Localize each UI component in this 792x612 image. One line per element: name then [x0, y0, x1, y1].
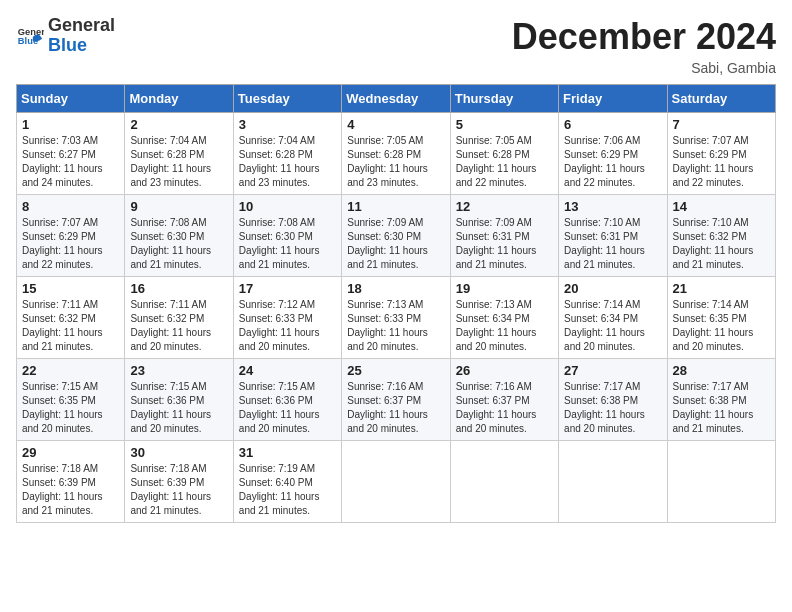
weekday-header-sunday: Sunday — [17, 85, 125, 113]
weekday-header-wednesday: Wednesday — [342, 85, 450, 113]
calendar-cell: 13Sunrise: 7:10 AMSunset: 6:31 PMDayligh… — [559, 195, 667, 277]
calendar-cell: 22Sunrise: 7:15 AMSunset: 6:35 PMDayligh… — [17, 359, 125, 441]
calendar-cell — [667, 441, 775, 523]
day-number: 8 — [22, 199, 119, 214]
day-number: 28 — [673, 363, 770, 378]
week-row-5: 29Sunrise: 7:18 AMSunset: 6:39 PMDayligh… — [17, 441, 776, 523]
calendar-cell: 30Sunrise: 7:18 AMSunset: 6:39 PMDayligh… — [125, 441, 233, 523]
weekday-header-saturday: Saturday — [667, 85, 775, 113]
calendar-cell: 24Sunrise: 7:15 AMSunset: 6:36 PMDayligh… — [233, 359, 341, 441]
calendar-cell: 19Sunrise: 7:13 AMSunset: 6:34 PMDayligh… — [450, 277, 558, 359]
day-info: Sunrise: 7:03 AMSunset: 6:27 PMDaylight:… — [22, 134, 119, 190]
calendar-cell: 15Sunrise: 7:11 AMSunset: 6:32 PMDayligh… — [17, 277, 125, 359]
weekday-header-friday: Friday — [559, 85, 667, 113]
calendar-cell: 12Sunrise: 7:09 AMSunset: 6:31 PMDayligh… — [450, 195, 558, 277]
calendar-cell: 2Sunrise: 7:04 AMSunset: 6:28 PMDaylight… — [125, 113, 233, 195]
week-row-4: 22Sunrise: 7:15 AMSunset: 6:35 PMDayligh… — [17, 359, 776, 441]
calendar-cell: 3Sunrise: 7:04 AMSunset: 6:28 PMDaylight… — [233, 113, 341, 195]
day-number: 16 — [130, 281, 227, 296]
day-info: Sunrise: 7:12 AMSunset: 6:33 PMDaylight:… — [239, 298, 336, 354]
day-info: Sunrise: 7:14 AMSunset: 6:35 PMDaylight:… — [673, 298, 770, 354]
svg-text:Blue: Blue — [18, 36, 38, 46]
day-number: 29 — [22, 445, 119, 460]
calendar-table: SundayMondayTuesdayWednesdayThursdayFrid… — [16, 84, 776, 523]
calendar-cell: 7Sunrise: 7:07 AMSunset: 6:29 PMDaylight… — [667, 113, 775, 195]
day-info: Sunrise: 7:14 AMSunset: 6:34 PMDaylight:… — [564, 298, 661, 354]
calendar-cell: 26Sunrise: 7:16 AMSunset: 6:37 PMDayligh… — [450, 359, 558, 441]
month-title: December 2024 — [512, 16, 776, 58]
logo-blue-text: Blue — [48, 36, 115, 56]
calendar-cell: 17Sunrise: 7:12 AMSunset: 6:33 PMDayligh… — [233, 277, 341, 359]
calendar-cell: 18Sunrise: 7:13 AMSunset: 6:33 PMDayligh… — [342, 277, 450, 359]
day-info: Sunrise: 7:08 AMSunset: 6:30 PMDaylight:… — [239, 216, 336, 272]
day-number: 17 — [239, 281, 336, 296]
week-row-3: 15Sunrise: 7:11 AMSunset: 6:32 PMDayligh… — [17, 277, 776, 359]
day-number: 30 — [130, 445, 227, 460]
calendar-cell: 8Sunrise: 7:07 AMSunset: 6:29 PMDaylight… — [17, 195, 125, 277]
day-number: 12 — [456, 199, 553, 214]
weekday-header-tuesday: Tuesday — [233, 85, 341, 113]
day-number: 31 — [239, 445, 336, 460]
day-number: 25 — [347, 363, 444, 378]
day-number: 7 — [673, 117, 770, 132]
day-info: Sunrise: 7:10 AMSunset: 6:32 PMDaylight:… — [673, 216, 770, 272]
day-number: 21 — [673, 281, 770, 296]
calendar-cell — [342, 441, 450, 523]
calendar-cell — [450, 441, 558, 523]
day-number: 4 — [347, 117, 444, 132]
day-info: Sunrise: 7:17 AMSunset: 6:38 PMDaylight:… — [673, 380, 770, 436]
day-number: 19 — [456, 281, 553, 296]
day-info: Sunrise: 7:18 AMSunset: 6:39 PMDaylight:… — [130, 462, 227, 518]
calendar-cell: 27Sunrise: 7:17 AMSunset: 6:38 PMDayligh… — [559, 359, 667, 441]
day-info: Sunrise: 7:05 AMSunset: 6:28 PMDaylight:… — [456, 134, 553, 190]
calendar-cell: 25Sunrise: 7:16 AMSunset: 6:37 PMDayligh… — [342, 359, 450, 441]
day-number: 6 — [564, 117, 661, 132]
day-info: Sunrise: 7:10 AMSunset: 6:31 PMDaylight:… — [564, 216, 661, 272]
week-row-2: 8Sunrise: 7:07 AMSunset: 6:29 PMDaylight… — [17, 195, 776, 277]
day-info: Sunrise: 7:15 AMSunset: 6:36 PMDaylight:… — [239, 380, 336, 436]
day-number: 1 — [22, 117, 119, 132]
day-info: Sunrise: 7:04 AMSunset: 6:28 PMDaylight:… — [239, 134, 336, 190]
calendar-cell: 21Sunrise: 7:14 AMSunset: 6:35 PMDayligh… — [667, 277, 775, 359]
day-info: Sunrise: 7:05 AMSunset: 6:28 PMDaylight:… — [347, 134, 444, 190]
day-number: 5 — [456, 117, 553, 132]
day-info: Sunrise: 7:11 AMSunset: 6:32 PMDaylight:… — [130, 298, 227, 354]
day-info: Sunrise: 7:15 AMSunset: 6:35 PMDaylight:… — [22, 380, 119, 436]
day-info: Sunrise: 7:16 AMSunset: 6:37 PMDaylight:… — [347, 380, 444, 436]
calendar-cell: 16Sunrise: 7:11 AMSunset: 6:32 PMDayligh… — [125, 277, 233, 359]
calendar-cell: 11Sunrise: 7:09 AMSunset: 6:30 PMDayligh… — [342, 195, 450, 277]
calendar-cell: 23Sunrise: 7:15 AMSunset: 6:36 PMDayligh… — [125, 359, 233, 441]
calendar-cell — [559, 441, 667, 523]
day-info: Sunrise: 7:17 AMSunset: 6:38 PMDaylight:… — [564, 380, 661, 436]
week-row-1: 1Sunrise: 7:03 AMSunset: 6:27 PMDaylight… — [17, 113, 776, 195]
day-info: Sunrise: 7:15 AMSunset: 6:36 PMDaylight:… — [130, 380, 227, 436]
location-subtitle: Sabi, Gambia — [512, 60, 776, 76]
day-number: 20 — [564, 281, 661, 296]
day-number: 18 — [347, 281, 444, 296]
weekday-header-monday: Monday — [125, 85, 233, 113]
day-number: 26 — [456, 363, 553, 378]
title-section: December 2024 Sabi, Gambia — [512, 16, 776, 76]
day-number: 23 — [130, 363, 227, 378]
calendar-cell: 20Sunrise: 7:14 AMSunset: 6:34 PMDayligh… — [559, 277, 667, 359]
logo-general-text: General — [48, 16, 115, 36]
day-number: 10 — [239, 199, 336, 214]
calendar-cell: 29Sunrise: 7:18 AMSunset: 6:39 PMDayligh… — [17, 441, 125, 523]
logo: General Blue General Blue — [16, 16, 115, 56]
day-info: Sunrise: 7:08 AMSunset: 6:30 PMDaylight:… — [130, 216, 227, 272]
day-info: Sunrise: 7:07 AMSunset: 6:29 PMDaylight:… — [673, 134, 770, 190]
day-number: 15 — [22, 281, 119, 296]
day-number: 13 — [564, 199, 661, 214]
calendar-cell: 14Sunrise: 7:10 AMSunset: 6:32 PMDayligh… — [667, 195, 775, 277]
day-number: 27 — [564, 363, 661, 378]
day-info: Sunrise: 7:16 AMSunset: 6:37 PMDaylight:… — [456, 380, 553, 436]
day-number: 14 — [673, 199, 770, 214]
logo-icon: General Blue — [16, 22, 44, 50]
day-info: Sunrise: 7:18 AMSunset: 6:39 PMDaylight:… — [22, 462, 119, 518]
calendar-cell: 28Sunrise: 7:17 AMSunset: 6:38 PMDayligh… — [667, 359, 775, 441]
day-info: Sunrise: 7:04 AMSunset: 6:28 PMDaylight:… — [130, 134, 227, 190]
day-number: 24 — [239, 363, 336, 378]
day-number: 3 — [239, 117, 336, 132]
day-number: 11 — [347, 199, 444, 214]
day-number: 22 — [22, 363, 119, 378]
